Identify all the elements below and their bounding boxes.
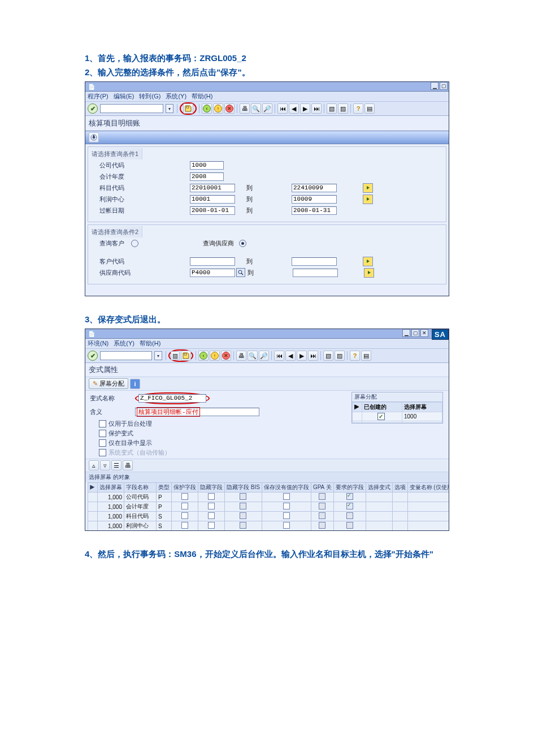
input-postdate-to[interactable]: 2008-01-31 bbox=[292, 206, 337, 215]
new-session-icon[interactable]: ▧ bbox=[323, 351, 333, 361]
cell-checkbox[interactable] bbox=[283, 522, 290, 529]
input-profit-from[interactable]: 10001 bbox=[190, 195, 235, 204]
window-restore-icon[interactable]: ▢ bbox=[411, 329, 419, 337]
cell-sel-variant[interactable] bbox=[366, 521, 392, 531]
cancel-button[interactable]: ✕ bbox=[221, 351, 231, 361]
cell-sel-variant[interactable] bbox=[366, 531, 392, 532]
row-selector-header[interactable]: ⯈ bbox=[353, 403, 362, 412]
cell-checkbox[interactable] bbox=[181, 522, 188, 529]
input-postdate-from[interactable]: 2008-01-01 bbox=[190, 206, 235, 215]
menu-help[interactable]: 帮助(H) bbox=[192, 93, 212, 100]
radio-vendor[interactable] bbox=[239, 240, 246, 247]
find-next-icon[interactable]: 🔎 bbox=[259, 351, 269, 361]
next-page-icon[interactable]: ▶ bbox=[297, 351, 307, 361]
input-customer-from[interactable] bbox=[190, 257, 235, 266]
cell-checkbox[interactable] bbox=[208, 503, 215, 509]
command-field[interactable] bbox=[100, 104, 163, 113]
input-account-from[interactable]: 22010001 bbox=[190, 184, 235, 192]
cell-variable-name[interactable] bbox=[407, 512, 449, 521]
save-button[interactable] bbox=[183, 103, 193, 114]
layout-icon[interactable]: ▤ bbox=[364, 103, 375, 114]
menu-system[interactable]: 系统(Y) bbox=[166, 93, 186, 100]
cell-variable-name[interactable] bbox=[407, 493, 449, 502]
input-vendor-to[interactable] bbox=[293, 269, 338, 277]
back-button[interactable]: ‹ bbox=[202, 103, 212, 114]
find-icon[interactable]: 🔍 bbox=[248, 351, 258, 361]
row-selector[interactable] bbox=[88, 512, 98, 521]
menu-system[interactable]: 系统(Y) bbox=[114, 340, 134, 347]
cell-options[interactable] bbox=[392, 512, 407, 521]
back-button[interactable]: ‹ bbox=[198, 351, 209, 361]
cell-options[interactable] bbox=[392, 531, 407, 532]
cell-sel-variant[interactable] bbox=[366, 512, 392, 521]
cell-checkbox[interactable] bbox=[208, 522, 215, 529]
chk-catalog-only[interactable] bbox=[99, 439, 106, 447]
cell-checkbox[interactable] bbox=[181, 493, 188, 500]
cell-checkbox[interactable] bbox=[283, 503, 290, 509]
toolbar-btn[interactable]: ▥ bbox=[171, 351, 180, 360]
multi-select-account[interactable] bbox=[363, 183, 373, 193]
input-vendor-from[interactable]: P4000 bbox=[190, 269, 235, 277]
cell-checkbox[interactable] bbox=[283, 493, 290, 500]
last-page-icon[interactable]: ⏭ bbox=[308, 351, 318, 361]
menu-goto[interactable]: 转到(G) bbox=[139, 93, 160, 100]
cell-variable-name[interactable] bbox=[407, 521, 449, 531]
exit-button[interactable]: ↑ bbox=[213, 103, 223, 114]
cell-sel-variant[interactable] bbox=[366, 493, 392, 502]
row-selector[interactable] bbox=[88, 493, 98, 502]
cell-sel-variant[interactable] bbox=[366, 502, 392, 512]
input-fiscal-year[interactable]: 2008 bbox=[190, 172, 224, 181]
help-icon[interactable]: ? bbox=[350, 351, 360, 361]
input-meaning[interactable]: 核算项目明细帐-应付 bbox=[137, 407, 200, 417]
input-profit-to[interactable]: 10009 bbox=[292, 195, 337, 204]
exit-button[interactable]: ↑ bbox=[210, 351, 220, 361]
f4-help-vendor[interactable] bbox=[236, 268, 245, 277]
multi-select-profit[interactable] bbox=[363, 195, 373, 204]
radio-customer[interactable] bbox=[131, 240, 138, 247]
input-variant-name[interactable]: Z_FICO_GL005_2 bbox=[138, 394, 206, 403]
find-next-icon[interactable]: 🔎 bbox=[262, 103, 272, 114]
sort-asc-icon[interactable]: ▵ bbox=[89, 460, 99, 470]
row-selector[interactable] bbox=[353, 412, 362, 421]
menu-edit[interactable]: 编辑(E) bbox=[114, 93, 134, 100]
sort-desc-icon[interactable]: ▿ bbox=[100, 460, 110, 470]
multi-select-vendor[interactable] bbox=[364, 268, 374, 278]
command-dropdown-icon[interactable]: ▾ bbox=[154, 351, 162, 360]
input-company-code[interactable]: 1000 bbox=[190, 161, 224, 170]
shortcut-icon[interactable]: ▨ bbox=[335, 351, 345, 361]
first-page-icon[interactable]: ⏮ bbox=[274, 351, 284, 361]
next-page-icon[interactable]: ▶ bbox=[300, 103, 310, 114]
cell-checkbox[interactable] bbox=[208, 493, 215, 500]
last-page-icon[interactable]: ⏭ bbox=[311, 103, 322, 114]
print-icon[interactable]: 🖶 bbox=[240, 103, 250, 114]
cell-options[interactable] bbox=[392, 502, 407, 512]
window-minimize-icon[interactable]: ▁ bbox=[402, 329, 410, 337]
chk-created-1000[interactable] bbox=[377, 413, 385, 420]
first-page-icon[interactable]: ⏮ bbox=[277, 103, 288, 114]
command-field[interactable] bbox=[100, 351, 152, 360]
input-customer-to[interactable] bbox=[292, 257, 337, 266]
cell-checkbox[interactable] bbox=[208, 512, 215, 519]
cell-checkbox[interactable] bbox=[181, 503, 188, 509]
filter-icon[interactable]: ☰ bbox=[111, 460, 121, 470]
window-restore-icon[interactable]: ▢ bbox=[440, 82, 448, 90]
prev-page-icon[interactable]: ◀ bbox=[289, 103, 299, 114]
save-button[interactable] bbox=[181, 351, 191, 361]
layout-icon[interactable]: ▤ bbox=[361, 351, 371, 361]
cell-checkbox[interactable] bbox=[283, 512, 290, 519]
cell-checkbox[interactable] bbox=[181, 512, 188, 519]
row-selector-header[interactable]: ⯈ bbox=[88, 483, 98, 493]
row-selector[interactable] bbox=[88, 502, 98, 512]
command-dropdown-icon[interactable]: ▾ bbox=[166, 104, 173, 113]
print-icon[interactable]: 🖶 bbox=[236, 351, 246, 361]
window-minimize-icon[interactable]: ▁ bbox=[431, 82, 439, 90]
cancel-button[interactable]: ✕ bbox=[224, 103, 235, 114]
info-icon[interactable]: i bbox=[130, 379, 140, 389]
chk-protect-variant[interactable] bbox=[99, 430, 106, 437]
multi-select-customer[interactable] bbox=[363, 257, 373, 266]
enter-icon[interactable]: ✔ bbox=[88, 103, 98, 114]
prev-page-icon[interactable]: ◀ bbox=[285, 351, 296, 361]
print-table-icon[interactable]: 🖶 bbox=[123, 460, 133, 470]
new-session-icon[interactable]: ▧ bbox=[327, 103, 337, 114]
cell-variable-name[interactable] bbox=[407, 531, 449, 532]
